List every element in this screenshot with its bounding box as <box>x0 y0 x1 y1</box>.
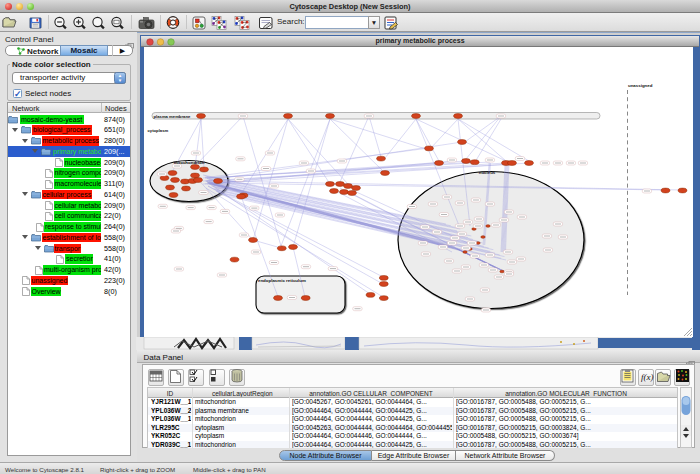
svg-text:unassigned: unassigned <box>628 83 653 88</box>
svg-text:plasma membrane: plasma membrane <box>154 114 191 119</box>
svg-text:cytoplasm: cytoplasm <box>148 128 169 133</box>
svg-text:f(x): f(x) <box>641 372 654 382</box>
svg-text:endoplasmic reticulum: endoplasmic reticulum <box>258 278 306 283</box>
svg-text:mitochondrion: mitochondrion <box>174 160 205 165</box>
svg-text:nucleus: nucleus <box>479 170 496 175</box>
